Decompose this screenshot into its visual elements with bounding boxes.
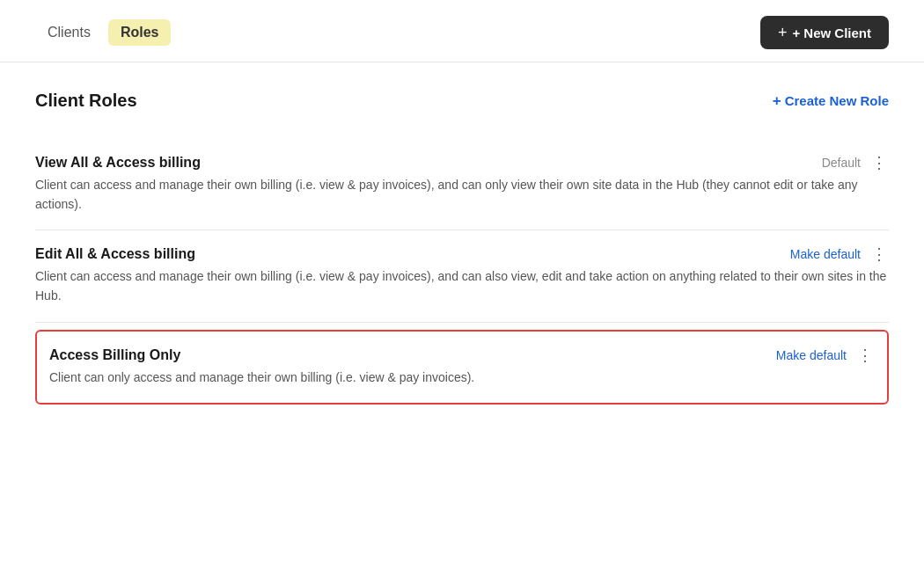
make-default-button[interactable]: Make default	[790, 247, 861, 261]
role-menu-button[interactable]: ⋮	[869, 246, 889, 262]
role-actions: Make default ⋮	[776, 347, 875, 363]
role-menu-button[interactable]: ⋮	[869, 155, 889, 171]
default-badge: Default	[822, 156, 861, 170]
role-description: Client can only access and manage their …	[49, 368, 875, 388]
new-client-button[interactable]: + + New Client	[760, 16, 889, 49]
role-item-edit-all: Edit All & Access billing Make default ⋮…	[35, 230, 889, 322]
role-item-billing-only: Access Billing Only Make default ⋮ Clien…	[35, 330, 889, 405]
make-default-button[interactable]: Make default	[776, 348, 847, 362]
plus-icon: +	[778, 25, 788, 40]
role-actions: Default ⋮	[822, 155, 889, 171]
role-description: Client can access and manage their own b…	[35, 176, 889, 214]
role-actions: Make default ⋮	[790, 246, 889, 262]
tab-clients[interactable]: Clients	[35, 19, 103, 46]
role-item-header: View All & Access billing Default ⋮	[35, 155, 889, 171]
role-item-header: Access Billing Only Make default ⋮	[49, 347, 875, 363]
create-new-role-button[interactable]: + Create New Role	[773, 92, 889, 110]
role-name: Edit All & Access billing	[35, 246, 195, 262]
role-menu-button[interactable]: ⋮	[855, 347, 875, 363]
role-name: Access Billing Only	[49, 347, 180, 363]
section-title: Client Roles	[35, 91, 137, 111]
create-role-plus-icon: +	[773, 92, 781, 110]
role-item-view-all: View All & Access billing Default ⋮ Clie…	[35, 139, 889, 230]
new-client-label: + New Client	[792, 26, 871, 40]
section-header: Client Roles + Create New Role	[35, 91, 889, 111]
tab-roles[interactable]: Roles	[108, 19, 172, 46]
tab-bar: Clients Roles	[35, 19, 171, 46]
create-role-label: Create New Role	[785, 93, 889, 108]
header: Clients Roles + + New Client	[0, 0, 924, 62]
main-content: Client Roles + Create New Role View All …	[0, 62, 924, 433]
role-item-header: Edit All & Access billing Make default ⋮	[35, 246, 889, 262]
role-name: View All & Access billing	[35, 155, 201, 171]
role-description: Client can access and manage their own b…	[35, 267, 889, 305]
